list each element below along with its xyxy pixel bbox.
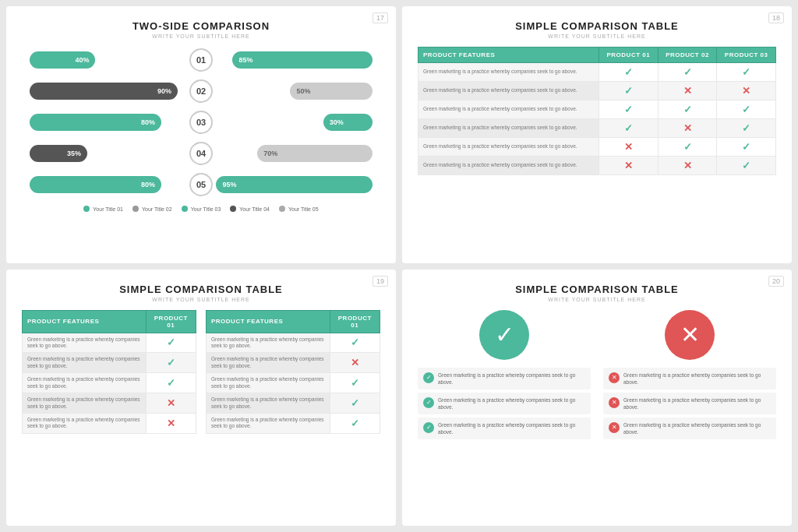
slide4-subtitle: WRITE YOUR SUBTITLE HERE	[418, 297, 776, 302]
check-icon: ✓	[351, 336, 359, 348]
value-cell: ✓	[658, 138, 717, 157]
bar-center-number: 01	[189, 48, 213, 72]
cross-icon: ✕	[742, 85, 750, 97]
legend-dot	[279, 206, 285, 212]
bar-right: 85%	[232, 51, 373, 69]
value-cell: ✓	[330, 414, 380, 434]
bar-center-number: 03	[189, 111, 213, 134]
pros-item: ✓ Green marketing is a practice whereby …	[418, 368, 591, 389]
legend: Your Title 01Your Title 02Your Title 03Y…	[22, 206, 380, 212]
pros-item: ✓ Green marketing is a practice whereby …	[418, 417, 591, 439]
bar-row: 80%30%03	[30, 109, 373, 136]
slide-3: 19 SIMPLE COMPARISON TABLE WRITE YOUR SU…	[6, 270, 396, 527]
pros-item: ✓ Green marketing is a practice whereby …	[418, 393, 591, 414]
bar-row: 80%95%05	[30, 171, 373, 198]
small-cross-icon: ✕	[609, 397, 620, 408]
legend-label: Your Title 02	[142, 206, 172, 212]
value-cell: ✓	[717, 100, 776, 119]
feature-cell: Green marketing is a practice whereby co…	[207, 373, 330, 393]
pros-text: Green marketing is a practice whereby co…	[438, 372, 585, 386]
legend-item: Your Title 05	[279, 206, 319, 212]
cons-text: Green marketing is a practice whereby co…	[623, 396, 771, 410]
value-cell: ✕	[330, 353, 380, 373]
slide4-title: SIMPLE COMPARISON TABLE	[418, 284, 776, 295]
table-row: Green marketing is a practice whereby co…	[207, 373, 380, 393]
feature-cell: Green marketing is a practice whereby co…	[418, 82, 599, 100]
table3a: PRODUCT FEATURESPRODUCT 01Green marketin…	[22, 310, 196, 434]
bar-right: 70%	[257, 145, 373, 162]
bar-center-number: 02	[189, 79, 213, 103]
legend-dot	[230, 206, 236, 212]
feature-cell: Green marketing is a practice whereby co…	[418, 100, 599, 119]
feature-cell: Green marketing is a practice whereby co…	[207, 333, 330, 353]
check-icon: ✓	[167, 377, 175, 389]
table-header: PRODUCT 01	[146, 310, 196, 333]
bar-left: 90%	[30, 83, 178, 100]
slide2-subtitle: WRITE YOUR SUBTITLE HERE	[418, 33, 776, 39]
check-icon: ✓	[351, 397, 359, 409]
cross-icon: ✕	[683, 122, 692, 134]
slide-number-1: 17	[373, 12, 388, 23]
feature-cell: Green marketing is a practice whereby co…	[207, 393, 330, 414]
table-row: Green marketing is a practice whereby co…	[418, 63, 776, 82]
cross-icon: ✕	[351, 357, 359, 368]
value-cell: ✓	[330, 393, 380, 414]
check-icon: ✓	[683, 141, 692, 153]
table-header: PRODUCT 01	[599, 48, 659, 63]
check-icon: ✓	[683, 104, 692, 115]
table-row: Green marketing is a practice whereby co…	[207, 333, 380, 353]
slide3-subtitle: WRITE YOUR SUBTITLE HERE	[22, 297, 380, 302]
table-header: PRODUCT 03	[717, 48, 776, 63]
legend-item: Your Title 01	[83, 206, 123, 212]
slide-number-2: 18	[768, 12, 784, 23]
slide-4: 20 SIMPLE COMPARISON TABLE WRITE YOUR SU…	[402, 270, 792, 527]
bar-left: 80%	[30, 176, 161, 193]
legend-label: Your Title 04	[239, 206, 270, 212]
value-cell: ✓	[658, 63, 717, 82]
cross-icon: ✕	[167, 417, 175, 429]
big-cross-icon: ✕	[665, 310, 715, 360]
table-header: PRODUCT FEATURES	[418, 48, 599, 63]
legend-label: Your Title 03	[191, 206, 221, 212]
feature-cell: Green marketing is a practice whereby co…	[207, 353, 330, 373]
value-cell: ✕	[717, 82, 776, 100]
value-cell: ✓	[146, 353, 196, 373]
check-icon: ✓	[742, 66, 750, 78]
slide-number-3: 19	[373, 276, 388, 287]
comparison-bars: 40%85%0190%50%0280%30%0335%70%0480%95%05	[30, 47, 373, 198]
bar-right: 30%	[323, 114, 373, 131]
legend-item: Your Title 02	[132, 206, 172, 212]
cons-item: ✕ Green marketing is a practice whereby …	[603, 393, 776, 414]
legend-dot	[83, 206, 90, 212]
check-icon: ✓	[624, 122, 633, 134]
check-icon: ✓	[683, 66, 692, 78]
check-icon: ✓	[742, 104, 750, 115]
bar-row: 35%70%04	[30, 140, 373, 167]
cross-icon: ✕	[167, 397, 175, 409]
check-icon: ✓	[351, 377, 359, 389]
cons-list: ✕ Green marketing is a practice whereby …	[603, 368, 776, 440]
bar-row: 90%50%02	[30, 78, 373, 104]
cons-col: ✕ ✕ Green marketing is a practice whereb…	[603, 310, 776, 440]
check-icon: ✓	[742, 141, 750, 153]
slide2-title: SIMPLE COMPARISON TABLE	[418, 20, 776, 32]
check-icon: ✓	[624, 85, 633, 97]
bar-center-number: 05	[189, 173, 213, 196]
feature-cell: Green marketing is a practice whereby co…	[418, 119, 599, 138]
table-row: Green marketing is a practice whereby co…	[207, 393, 380, 414]
value-cell: ✓	[330, 373, 380, 393]
check-icon: ✓	[742, 160, 750, 171]
feature-cell: Green marketing is a practice whereby co…	[23, 393, 147, 414]
pros-text: Green marketing is a practice whereby co…	[438, 396, 585, 410]
feature-cell: Green marketing is a practice whereby co…	[23, 333, 147, 353]
feature-cell: Green marketing is a practice whereby co…	[418, 63, 599, 82]
value-cell: ✕	[599, 157, 659, 175]
value-cell: ✓	[599, 100, 659, 119]
value-cell: ✕	[658, 157, 717, 175]
value-cell: ✓	[717, 138, 776, 157]
value-cell: ✓	[717, 119, 776, 138]
table-header: PRODUCT FEATURES	[207, 310, 330, 333]
value-cell: ✕	[658, 82, 717, 100]
small-check-icon: ✓	[423, 372, 434, 383]
bar-left: 80%	[30, 114, 161, 131]
